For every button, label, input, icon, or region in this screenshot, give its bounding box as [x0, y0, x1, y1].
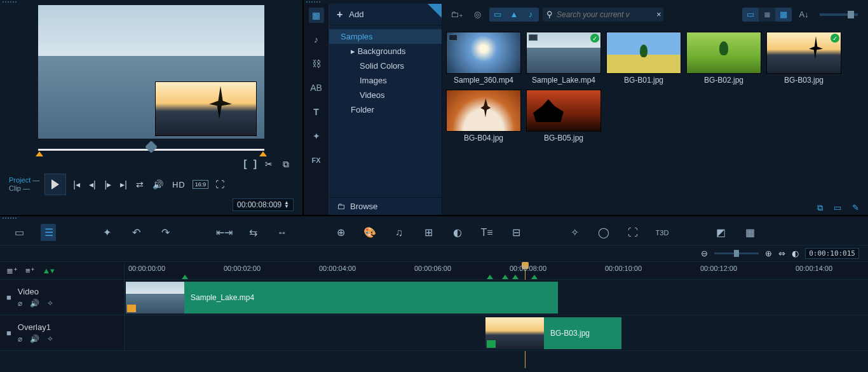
preview-timecode[interactable]: 00:00:08:009 ▲▼: [233, 198, 294, 211]
mark-in-bracket-icon[interactable]: [: [243, 158, 247, 170]
mark-out-icon[interactable]: [259, 151, 267, 156]
split-scissors-icon[interactable]: ✂: [263, 159, 275, 169]
render-icon[interactable]: ▦: [742, 226, 757, 238]
mark-out-bracket-icon[interactable]: ]: [254, 158, 257, 170]
zoom-slider[interactable]: [714, 252, 759, 254]
video-track-lane[interactable]: Sample_Lake.mp4: [125, 280, 868, 315]
volume-icon[interactable]: 🔊: [151, 179, 165, 189]
multicam-icon[interactable]: ⊞: [421, 226, 436, 238]
mask-icon[interactable]: ◐: [450, 226, 465, 238]
view-list-icon[interactable]: ≣: [759, 8, 775, 22]
snapshot-icon[interactable]: ⧉: [281, 159, 291, 170]
undo-icon[interactable]: ↶: [128, 226, 144, 238]
sort-icon[interactable]: A↓: [796, 8, 812, 22]
zoom-out-icon[interactable]: ⊖: [701, 249, 708, 258]
view-thumb-icon[interactable]: ▭: [742, 8, 759, 22]
track-motion-icon[interactable]: ◯: [596, 226, 611, 238]
chapter-marker-icon[interactable]: [487, 275, 493, 279]
transitions-category-icon[interactable]: ⛓: [309, 56, 324, 71]
timeline-ruler[interactable]: 00:00:00:0000:00:02:0000:00:04:0000:00:0…: [125, 262, 868, 279]
fx-icon[interactable]: ✧: [47, 334, 53, 343]
titles-category-icon[interactable]: AB: [309, 80, 324, 95]
preview-monitor[interactable]: [38, 5, 264, 139]
swap-icon[interactable]: ⇆: [245, 226, 261, 238]
face-icon[interactable]: ⛶: [625, 227, 641, 238]
ripple-icon[interactable]: ⇤⇥: [216, 226, 231, 238]
chapter-marker-icon[interactable]: [182, 275, 188, 279]
timecode-spinner-icon[interactable]: ▲▼: [284, 201, 289, 209]
mark-in-icon[interactable]: [36, 151, 43, 156]
record-icon[interactable]: ⊕: [333, 226, 348, 238]
zoom-in-icon[interactable]: ⊕: [765, 249, 772, 258]
video-clip[interactable]: Sample_Lake.mp4: [126, 282, 558, 313]
audio-mix-icon[interactable]: ♫: [391, 227, 407, 238]
scrub-head-icon[interactable]: [145, 141, 158, 153]
capture-icon[interactable]: ◎: [469, 8, 485, 22]
add-media-button[interactable]: + Add: [329, 4, 442, 25]
filter-photo-icon[interactable]: ▲: [506, 8, 522, 22]
chapter-marker-icon[interactable]: [531, 275, 538, 279]
layout-2-icon[interactable]: ▭: [831, 203, 844, 213]
overlays-category-icon[interactable]: ✦: [309, 128, 324, 144]
hd-toggle[interactable]: HD: [170, 180, 187, 189]
motion-icon[interactable]: ✧: [567, 226, 582, 238]
audio-category-icon[interactable]: ♪: [309, 32, 324, 47]
mute-icon[interactable]: 🔊: [30, 299, 39, 308]
tree-videos[interactable]: Videos: [329, 88, 442, 102]
track-options-icon[interactable]: ≣⁺: [6, 266, 18, 275]
library-thumbnail[interactable]: ✓Sample_Lake.mp4: [526, 32, 601, 85]
library-thumbnail[interactable]: BG-B02.jpg: [686, 32, 761, 85]
marker-icon[interactable]: ▲▾: [43, 266, 55, 275]
track-add-icon[interactable]: ≡⁺: [25, 266, 35, 275]
link-icon[interactable]: ⌀: [18, 334, 22, 343]
tree-folder[interactable]: Folder: [329, 102, 442, 117]
import-icon[interactable]: 🗀₊: [449, 8, 465, 22]
chapter-marker-icon[interactable]: [512, 275, 519, 279]
library-search[interactable]: ⚲ ×: [543, 8, 663, 22]
tree-solid-colors[interactable]: Solid Colors: [329, 59, 442, 73]
paint-icon[interactable]: ◩: [713, 226, 728, 238]
chapter-marker-icon[interactable]: [502, 275, 508, 279]
play-button[interactable]: [44, 174, 66, 195]
thumb-size-slider[interactable]: [820, 13, 858, 16]
filter-video-icon[interactable]: ▭: [489, 8, 506, 22]
tree-backgrounds[interactable]: ▸ Backgrounds: [329, 44, 442, 59]
fx-icon[interactable]: ✧: [47, 299, 53, 308]
media-category-icon[interactable]: ▦: [309, 8, 324, 23]
clear-search-icon[interactable]: ×: [656, 10, 661, 19]
search-input[interactable]: [557, 10, 653, 19]
library-thumbnail[interactable]: Sample_360.mp4: [446, 32, 521, 85]
overlay-clip[interactable]: BG-B03.jpg: [485, 317, 621, 349]
link-icon[interactable]: ⌀: [18, 299, 22, 308]
fx-category-icon[interactable]: FX: [309, 153, 324, 168]
layout-1-icon[interactable]: ⧉: [813, 203, 826, 213]
filter-audio-icon[interactable]: ♪: [522, 8, 539, 22]
library-thumbnail[interactable]: BG-B04.jpg: [446, 90, 521, 142]
step-fwd-icon[interactable]: |▸: [103, 179, 114, 189]
text-category-icon[interactable]: T: [309, 104, 324, 120]
fit-icon[interactable]: ⇔: [778, 249, 785, 258]
redo-icon[interactable]: ↷: [158, 226, 173, 238]
tools-icon[interactable]: ✦: [99, 226, 114, 238]
stretch-icon[interactable]: ↔: [275, 227, 290, 238]
color-icon[interactable]: 🎨: [362, 226, 377, 238]
subtitle-icon[interactable]: T≡: [479, 227, 494, 238]
pin-corner-icon[interactable]: [428, 4, 442, 18]
split-screen-icon[interactable]: ⊟: [508, 226, 524, 238]
library-thumbnail[interactable]: BG-B05.jpg: [526, 90, 601, 142]
clock-icon[interactable]: ◐: [792, 249, 799, 258]
panel-grip[interactable]: [0, 0, 302, 4]
options-icon[interactable]: ✎: [849, 203, 862, 213]
fullscreen-icon[interactable]: ⛶: [214, 179, 226, 189]
3d-title-icon[interactable]: T3D: [654, 229, 670, 237]
timeline-timecode[interactable]: 0:00:10:015: [805, 248, 859, 259]
view-grid-icon[interactable]: ▦: [775, 8, 792, 22]
go-start-icon[interactable]: |◂: [71, 179, 82, 189]
aspect-ratio-button[interactable]: 16:9: [193, 180, 209, 189]
preview-scrubber[interactable]: [38, 144, 264, 156]
step-back-icon[interactable]: ◂|: [87, 179, 98, 189]
loop-icon[interactable]: ⇄: [134, 179, 146, 189]
tree-samples[interactable]: Samples: [329, 29, 442, 44]
library-thumbnail[interactable]: ✓BG-B03.jpg: [766, 32, 841, 85]
timeline-view-icon[interactable]: ☰: [41, 224, 56, 241]
